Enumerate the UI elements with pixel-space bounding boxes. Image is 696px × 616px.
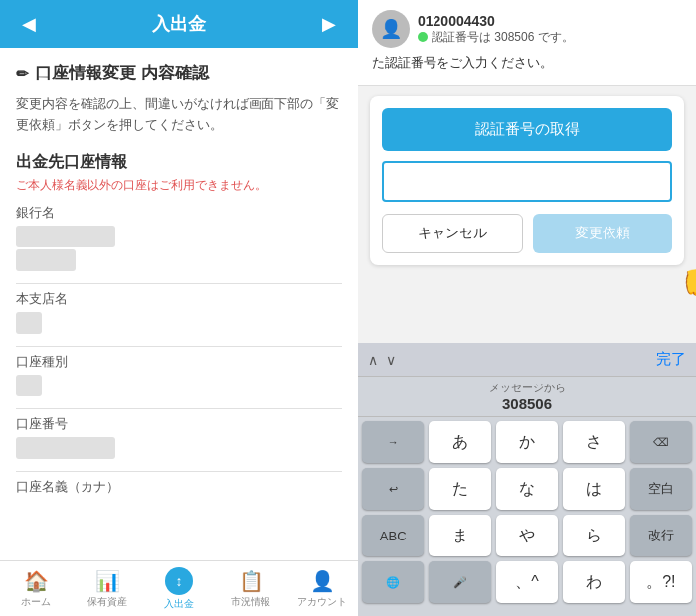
auth-get-button[interactable]: 認証番号の取得: [382, 108, 672, 151]
account-type-bar: [16, 375, 42, 396]
account-type-field: 口座種別: [16, 353, 342, 396]
nav-market[interactable]: 📋 市況情報: [215, 561, 286, 616]
keyboard-suggestion: メッセージから 308506: [358, 377, 696, 417]
nav-assets-label: 保有資産: [87, 595, 127, 609]
account-name-label: 口座名義（カナ）: [16, 478, 342, 496]
page-section-title: ✏ 口座情報変更 内容確認: [16, 62, 342, 84]
warning-text: ご本人様名義以外の口座はご利用できません。: [16, 177, 342, 194]
nav-deposit[interactable]: ↕ 入出金: [143, 561, 215, 616]
contact-number: 0120004430: [418, 13, 682, 29]
bank-name-field: 銀行名: [16, 204, 342, 271]
online-dot: [418, 32, 428, 42]
kbd-wa-key[interactable]: わ: [563, 561, 624, 603]
description-text: 変更内容を確認の上、間違いがなければ画面下部の「変更依頼」ボタンを押してください…: [16, 94, 342, 136]
account-name-field: 口座名義（カナ）: [16, 478, 342, 496]
kbd-newline-key[interactable]: 改行: [630, 515, 692, 556]
kbd-sa-key[interactable]: さ: [563, 421, 624, 463]
kbd-arrow-key[interactable]: →: [362, 421, 424, 463]
confirm-button[interactable]: 変更依頼: [533, 214, 672, 253]
message-header: 👤 0120004430 認証番号は 308506 です。: [372, 10, 682, 48]
subsection-title: 出金先口座情報: [16, 152, 342, 173]
kbd-down-arrow[interactable]: ∨: [386, 352, 396, 368]
kbd-na-key[interactable]: な: [496, 468, 558, 510]
account-icon: 👤: [310, 569, 335, 593]
account-number-label: 口座番号: [16, 415, 342, 433]
separator-4: [16, 471, 342, 472]
kbd-row-2: ↩ た な は 空白: [362, 468, 692, 510]
right-panel: 👤 0120004430 認証番号は 308506 です。 た認証番号をご入力く…: [358, 0, 696, 616]
assets-icon: 📊: [95, 569, 120, 593]
contact-status: 認証番号は 308506 です。: [418, 29, 682, 46]
account-number-field: 口座番号: [16, 415, 342, 459]
message-bubble: た認証番号をご入力ください。: [372, 54, 682, 72]
kbd-space-key[interactable]: 空白: [630, 468, 692, 510]
left-panel: ◀ 入出金 ▶ ✏ 口座情報変更 内容確認 変更内容を確認の上、間違いがなければ…: [0, 0, 358, 616]
auth-dialog: 認証番号の取得 キャンセル 変更依頼: [370, 96, 684, 265]
kbd-period-key[interactable]: 。?!: [630, 561, 692, 603]
nav-deposit-label: 入出金: [164, 597, 194, 611]
branch-name-label: 本支店名: [16, 290, 342, 308]
nav-home-label: ホーム: [21, 595, 51, 609]
status-text: 認証番号は 308506 です。: [432, 29, 574, 46]
kbd-ta-key[interactable]: た: [429, 468, 490, 510]
left-header-title: 入出金: [42, 12, 316, 36]
kbd-return-key[interactable]: ↩: [362, 468, 424, 510]
kbd-mic-key[interactable]: 🎤: [429, 561, 490, 603]
kbd-ha-key[interactable]: は: [563, 468, 624, 510]
cancel-button[interactable]: キャンセル: [382, 214, 523, 253]
keyboard-area: ∧ ∨ 完了 メッセージから 308506 → あ か さ ⌫ ↩ た な: [358, 343, 696, 616]
nav-home[interactable]: 🏠 ホーム: [0, 561, 72, 616]
pointing-hand-emoji: 👇: [675, 262, 696, 313]
branch-name-field: 本支店名: [16, 290, 342, 334]
left-content: ✏ 口座情報変更 内容確認 変更内容を確認の上、間違いがなければ画面下部の「変更…: [0, 48, 358, 560]
kbd-globe-key[interactable]: 🌐: [362, 561, 424, 603]
separator-2: [16, 346, 342, 347]
kbd-row-4: 🌐 🎤 、^ わ 。?!: [362, 561, 692, 603]
account-number-bar: [16, 437, 115, 459]
bank-name-label: 銀行名: [16, 204, 342, 222]
kbd-delete-key[interactable]: ⌫: [630, 421, 692, 463]
separator-3: [16, 408, 342, 409]
bottom-nav: 🏠 ホーム 📊 保有資産 ↕ 入出金 📋 市況情報 👤 アカウント: [0, 560, 358, 616]
kbd-nav-arrows: ∧ ∨: [368, 352, 396, 368]
kbd-ya-key[interactable]: や: [496, 515, 558, 556]
message-area: 👤 0120004430 認証番号は 308506 です。 た認証番号をご入力く…: [358, 0, 696, 86]
pencil-icon: ✏: [16, 65, 29, 82]
kbd-up-arrow[interactable]: ∧: [368, 352, 378, 368]
prev-arrow[interactable]: ◀: [16, 13, 42, 35]
auth-code-input[interactable]: [382, 161, 672, 202]
suggestion-label: メッセージから: [362, 381, 692, 395]
branch-name-bar: [16, 312, 42, 334]
kbd-row-1: → あ か さ ⌫: [362, 421, 692, 463]
left-header: ◀ 入出金 ▶: [0, 0, 358, 48]
kbd-comma-key[interactable]: 、^: [496, 561, 558, 603]
keyboard-rows: → あ か さ ⌫ ↩ た な は 空白 ABC ま や ら 改行: [358, 417, 696, 616]
page-title: 口座情報変更 内容確認: [35, 62, 209, 84]
contact-info: 0120004430 認証番号は 308506 です。: [418, 13, 682, 46]
market-icon: 📋: [239, 569, 263, 593]
kbd-ra-key[interactable]: ら: [563, 515, 624, 556]
kbd-ma-key[interactable]: ま: [429, 515, 490, 556]
nav-market-label: 市況情報: [231, 595, 270, 609]
next-arrow[interactable]: ▶: [316, 13, 342, 35]
kbd-ka-key[interactable]: か: [496, 421, 558, 463]
separator-1: [16, 283, 342, 284]
avatar: 👤: [372, 10, 410, 48]
account-type-label: 口座種別: [16, 353, 342, 371]
kbd-done-button[interactable]: 完了: [656, 350, 686, 369]
bank-name-bar-1: [16, 226, 115, 247]
auth-buttons: キャンセル 変更依頼: [382, 214, 672, 253]
nav-assets[interactable]: 📊 保有資産: [72, 561, 143, 616]
bank-name-bar-2: [16, 249, 76, 271]
deposit-icon: ↕: [165, 567, 193, 595]
kbd-abc-key[interactable]: ABC: [362, 515, 424, 556]
kbd-a-key[interactable]: あ: [429, 421, 490, 463]
kbd-row-3: ABC ま や ら 改行: [362, 515, 692, 556]
suggestion-value[interactable]: 308506: [362, 395, 692, 412]
keyboard-toolbar: ∧ ∨ 完了: [358, 343, 696, 377]
nav-account-label: アカウント: [297, 595, 347, 609]
nav-account[interactable]: 👤 アカウント: [286, 561, 358, 616]
home-icon: 🏠: [24, 569, 49, 593]
